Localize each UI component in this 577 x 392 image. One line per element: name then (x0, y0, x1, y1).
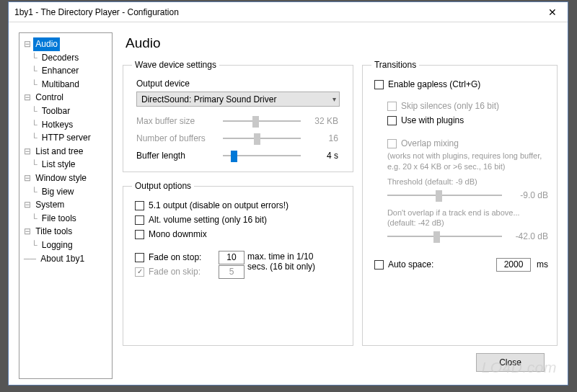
fade-hint2: secs. (16 bit only) (247, 262, 315, 272)
chevron-down-icon: ▾ (332, 95, 336, 103)
close-button[interactable]: Close (476, 353, 545, 372)
tree-item-control[interactable]: ⊟ Control (24, 91, 109, 104)
tree-branch-icon: ⊟ (24, 91, 33, 104)
skipsil-label: Skip silences (only 16 bit) (401, 101, 499, 111)
output-device-value: DirectSound: Primary Sound Driver (141, 94, 276, 104)
tree-item-logging[interactable]: └ Logging (24, 239, 109, 252)
maxbuf-label: Max buffer size (136, 116, 223, 126)
tree-item-system[interactable]: ⊟ System (24, 198, 109, 212)
tree-branch-icon: └ (24, 212, 40, 226)
thresh-label: Threshold (default: -9 dB) (371, 177, 548, 187)
output-legend: Output options (132, 181, 194, 191)
tree-item-label: Toolbar (40, 104, 72, 118)
buflen-slider[interactable] (223, 150, 301, 161)
tree-branch-icon: └ (24, 51, 40, 65)
close-icon[interactable]: ✕ (537, 2, 568, 22)
output-device-label: Output device (136, 79, 344, 89)
mono-checkbox[interactable] (135, 230, 144, 239)
tree-item-label: List style (40, 158, 78, 172)
tree-item-big-view[interactable]: └ Big view (24, 185, 109, 199)
plugins-label: Use with plugins (401, 115, 464, 125)
tree-item-hotkeys[interactable]: └ Hotkeys (24, 118, 109, 132)
overlap-note: (works not with plugins, requires long b… (371, 151, 548, 172)
mono-label: Mono downmix (149, 229, 207, 239)
numbuf-label: Number of buffers (136, 133, 223, 143)
opt51-checkbox[interactable] (135, 201, 144, 210)
skipsil-checkbox (387, 102, 397, 111)
nav-tree[interactable]: ⊟ Audio └ Decoders └ Enhancer └ Multiban… (19, 32, 113, 379)
opt51-label: 5.1 output (disable on output errors!) (149, 200, 288, 210)
wave-device-group: Wave device settings Output device Direc… (123, 60, 353, 172)
output-device-select[interactable]: DirectSound: Primary Sound Driver ▾ (136, 92, 340, 107)
tree-item-enhancer[interactable]: └ Enhancer (24, 64, 109, 78)
tree-item-label: Decoders (40, 51, 81, 65)
trans-legend: Transitions (371, 60, 419, 70)
tree-item-label: Hotkeys (40, 118, 75, 132)
tree-item-audio[interactable]: ⊟ Audio (24, 37, 109, 51)
plugins-checkbox[interactable] (387, 116, 397, 125)
tree-item-file-tools[interactable]: └ File tools (24, 212, 109, 226)
page-title: Audio (125, 35, 558, 51)
tree-item-about-1by1[interactable]: ── About 1by1 (24, 252, 109, 266)
tree-item-window-style[interactable]: ⊟ Window style (24, 172, 109, 185)
tree-item-list-style[interactable]: └ List style (24, 158, 109, 172)
fadestop-input[interactable]: 10 (219, 251, 245, 264)
overlap-checkbox (387, 139, 397, 148)
dont-slider (387, 231, 502, 242)
tree-item-http-server[interactable]: └ HTTP server (24, 131, 109, 145)
tree-item-label: Audio (33, 37, 60, 51)
transitions-group: Transitions Enable gapless (Ctrl+G) Skip… (362, 60, 558, 346)
tree-branch-icon: └ (24, 78, 40, 92)
wave-legend: Wave device settings (132, 60, 219, 70)
maxbuf-slider (223, 115, 301, 127)
overlap-label: Overlap mixing (401, 138, 459, 148)
tree-branch-icon: └ (24, 64, 40, 78)
fadestop-checkbox[interactable] (135, 253, 144, 262)
tree-item-title-tools[interactable]: ⊟ Title tools (24, 225, 109, 239)
tree-item-toolbar[interactable]: └ Toolbar (24, 104, 109, 118)
tree-branch-icon: └ (24, 185, 40, 199)
tree-item-label: Window style (33, 172, 89, 185)
buflen-label: Buffer length (136, 151, 223, 161)
tree-branch-icon: ⊟ (24, 198, 33, 212)
tree-item-label: Control (33, 91, 66, 104)
titlebar[interactable]: 1by1 - The Directory Player - Configurat… (9, 2, 568, 22)
tree-item-label: File tools (40, 212, 79, 226)
tree-item-label: Title tools (33, 225, 74, 239)
autospace-checkbox[interactable] (374, 260, 384, 270)
fadeskip-label: Fade on skip: (149, 267, 201, 277)
gapless-label: Enable gapless (Ctrl+G) (388, 79, 480, 89)
dont-label: Don't overlap if a track end is above...… (371, 208, 548, 229)
thresh-value: -9.0 dB (506, 190, 548, 200)
autospace-input[interactable]: 2000 (496, 258, 531, 272)
autospace-label: Auto space: (388, 259, 433, 270)
tree-branch-icon: └ (24, 118, 40, 132)
tree-item-list-and-tree[interactable]: ⊟ List and tree (24, 145, 109, 159)
tree-item-label: Multiband (40, 78, 82, 92)
dont-value: -42.0 dB (506, 231, 548, 241)
maxbuf-value: 32 KB (301, 116, 344, 126)
fade-hint1: max. time in 1/10 (247, 251, 315, 262)
thresh-slider (387, 190, 502, 201)
tree-item-label: About 1by1 (38, 252, 87, 266)
autospace-unit: ms (537, 259, 548, 270)
altvol-checkbox[interactable] (135, 215, 144, 225)
tree-branch-icon: ⊟ (24, 172, 33, 185)
tree-branch-icon: └ (24, 131, 40, 145)
fadeskip-checkbox: ✓ (135, 267, 144, 277)
tree-branch-icon: ⊟ (24, 37, 33, 51)
tree-item-multiband[interactable]: └ Multiband (24, 78, 109, 92)
fadeskip-input: 5 (219, 265, 245, 279)
numbuf-row: Number of buffers 16 (132, 130, 344, 147)
tree-branch-icon: └ (24, 104, 40, 118)
tree-item-label: System (33, 198, 66, 212)
tree-item-label: List and tree (33, 145, 85, 159)
numbuf-value: 16 (301, 133, 344, 143)
tree-item-label: Big view (40, 185, 76, 199)
gapless-checkbox[interactable] (374, 80, 384, 89)
tree-item-decoders[interactable]: └ Decoders (24, 51, 109, 65)
tree-branch-icon: └ (24, 239, 40, 252)
buflen-row: Buffer length 4 s (132, 147, 344, 164)
tree-branch-icon: ⊟ (24, 145, 33, 159)
numbuf-slider (223, 133, 301, 144)
